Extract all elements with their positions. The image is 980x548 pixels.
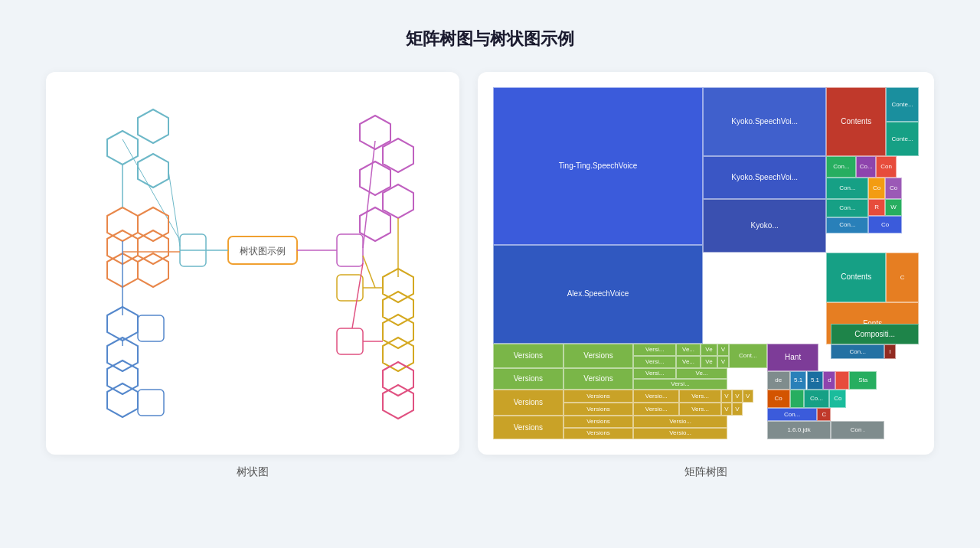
treemap-cell: V — [732, 390, 743, 403]
treemap-cell: Con — [876, 156, 897, 177]
svg-line-8 — [168, 171, 180, 246]
tree-diagram: 树状图示例 — [61, 87, 444, 439]
treemap-cell: Kyoko.SpeechVoi... — [703, 156, 826, 199]
treemap-cell: Con... — [831, 344, 884, 359]
treemap-cell: V — [717, 344, 729, 356]
treemap-cell: Versi... — [633, 379, 727, 390]
treemap-cell: Ve — [701, 356, 717, 368]
treemap-cell: Contents — [826, 87, 886, 156]
treemap-cell: Versions — [564, 403, 634, 416]
treemap-cell: Kyoko.SpeechVoi... — [703, 87, 826, 156]
treemap-cell: Co... — [804, 390, 830, 408]
svg-rect-26 — [337, 234, 363, 266]
treemap-cell: V — [721, 403, 732, 416]
treemap-cell: Con... — [826, 156, 856, 177]
chart-labels-row: 树状图 矩阵树图 — [46, 455, 934, 479]
page-title: 矩阵树图与树状图示例 — [406, 28, 574, 51]
treemap-cell: Versions — [493, 416, 564, 439]
svg-marker-29 — [360, 161, 390, 195]
treemap-cell: Versions — [493, 368, 564, 389]
treemap-cell: Versions — [564, 390, 634, 403]
treemap-cell: Cont... — [729, 344, 767, 369]
treemap-cell: Versio... — [633, 416, 727, 427]
treemap-card: Ting-Ting.SpeechVoiceKyoko.SpeechVoi...C… — [478, 72, 934, 455]
treemap-cell: Ve... — [676, 356, 701, 368]
treemap-cell: Vers... — [679, 403, 721, 416]
treemap-cell: Versions — [564, 344, 634, 369]
treemap-cell: V — [743, 390, 753, 403]
treemap-cell: Co — [829, 390, 846, 408]
treemap-cell: Hant — [767, 344, 819, 371]
treemap-cell: Versio... — [633, 428, 727, 439]
treemap-cell: Versions — [564, 428, 634, 439]
treemap-cell: Sta — [849, 371, 877, 390]
treemap-cell — [835, 371, 849, 390]
svg-rect-38 — [337, 328, 363, 354]
svg-rect-16 — [138, 315, 164, 341]
treemap-cell: Vers... — [679, 390, 721, 403]
svg-marker-37 — [383, 338, 413, 371]
svg-marker-4 — [107, 131, 138, 165]
treemap-cell: C — [817, 408, 831, 421]
treemap-cell: Compositi... — [831, 324, 919, 344]
treemap-cell: Ve — [701, 344, 717, 356]
treemap-diagram: Ting-Ting.SpeechVoiceKyoko.SpeechVoi...C… — [493, 87, 919, 439]
treemap-cell: C — [886, 253, 919, 302]
svg-marker-19 — [107, 383, 138, 417]
treemap-cell: Versi... — [633, 344, 676, 356]
treemap-cell: Con... — [826, 178, 868, 199]
tree-label: 树状图 — [46, 465, 459, 479]
treemap-cell: V — [717, 356, 729, 368]
svg-marker-30 — [383, 184, 413, 218]
svg-line-44 — [352, 263, 363, 328]
svg-text:树状图示例: 树状图示例 — [240, 246, 286, 256]
treemap-cell: Alex.SpeechVoice — [493, 245, 703, 344]
treemap-cell: 5.1 — [790, 371, 807, 390]
treemap-cell: Ting-Ting.SpeechVoice — [493, 87, 703, 245]
treemap-cell: Ve... — [676, 368, 727, 379]
treemap-cell: Co — [868, 178, 885, 199]
treemap-cell: Versions — [493, 390, 564, 416]
treemap-cell: Versio... — [633, 390, 679, 403]
treemap-cell: Conte... — [886, 122, 919, 156]
treemap-cell: Versions — [564, 416, 634, 427]
tree-card: 树状图示例 — [46, 72, 459, 455]
treemap-cell: Con... — [767, 408, 818, 421]
svg-rect-20 — [138, 390, 164, 416]
treemap-cell: V — [732, 403, 743, 416]
treemap-cell: Ve... — [676, 344, 701, 356]
treemap-cell: Con... — [826, 217, 868, 233]
treemap-cell: Versions — [564, 368, 634, 389]
treemap-cell: Kyoko... — [703, 199, 826, 253]
svg-marker-3 — [138, 109, 168, 143]
treemap-cell: Co — [885, 178, 902, 199]
treemap-cell: Con . — [831, 421, 884, 439]
treemap-cell: Versio... — [633, 403, 679, 416]
treemap-cell: R — [868, 199, 885, 216]
treemap-cell: Co — [767, 390, 790, 408]
treemap-cell: Versions — [493, 344, 564, 369]
svg-marker-5 — [138, 154, 168, 188]
treemap-cell: Versi... — [633, 368, 676, 379]
treemap-cell: d — [823, 371, 835, 390]
treemap-cell: I — [884, 344, 896, 359]
charts-row: 树状图示例 — [46, 72, 934, 455]
svg-line-43 — [363, 256, 375, 288]
treemap-cell: 1.6.0.jdk — [767, 421, 831, 439]
treemap-cell: V — [721, 390, 732, 403]
treemap-cell — [790, 390, 804, 408]
treemap-cell: Co — [868, 216, 902, 233]
treemap-cell: Versi... — [633, 356, 676, 368]
svg-marker-14 — [138, 253, 168, 287]
treemap-cell: Co... — [856, 156, 876, 177]
treemap-cell: Conte... — [886, 87, 919, 122]
treemap-cell: 5.1 — [807, 371, 824, 390]
treemap-cell: de — [767, 371, 790, 390]
svg-marker-41 — [383, 385, 413, 419]
treemap-label: 矩阵树图 — [478, 465, 934, 479]
treemap-cell: Contents — [826, 253, 886, 302]
treemap-cell: Con... — [826, 199, 868, 217]
treemap-cell: W — [885, 199, 902, 216]
svg-marker-28 — [383, 139, 413, 172]
